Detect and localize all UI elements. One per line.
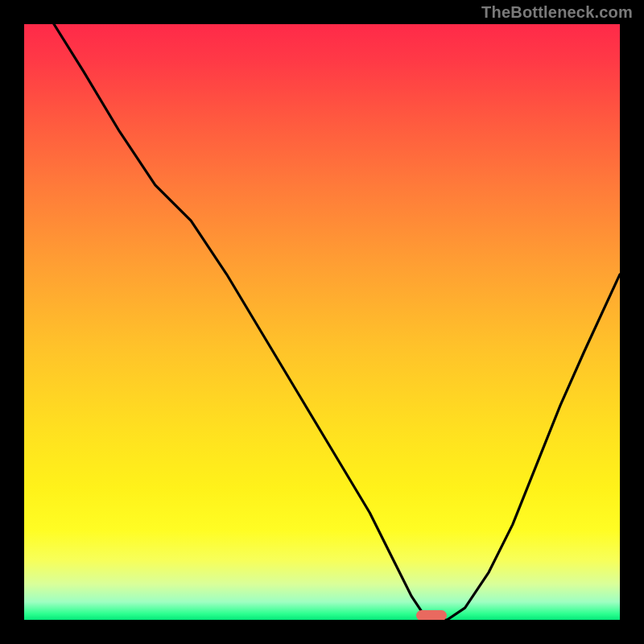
curve-path [54,24,620,620]
plot-area [24,24,620,620]
chart-frame: TheBottleneck.com [0,0,644,644]
bottleneck-curve [24,24,620,620]
watermark-text: TheBottleneck.com [481,3,633,22]
optimum-marker [416,610,447,620]
